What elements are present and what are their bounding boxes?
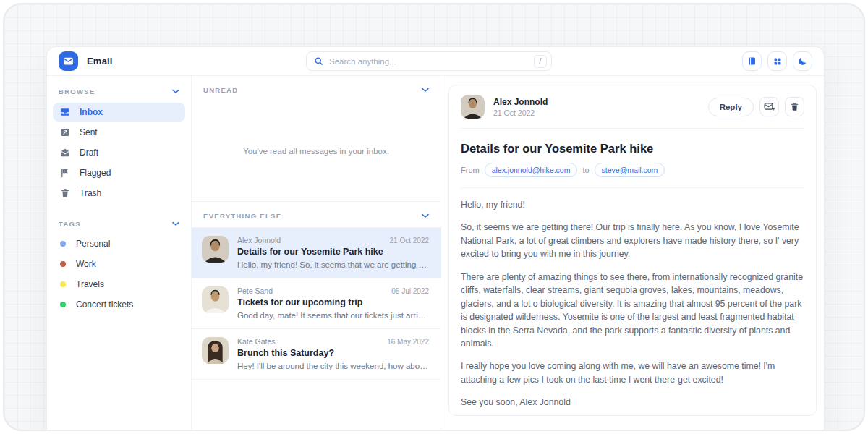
email-sender: Alex Jonnold xyxy=(237,236,281,244)
app-body: BROWSE Inbox xyxy=(47,76,824,431)
email-list-item[interactable]: Pete Sand 06 Jul 2022 Tickets for our up… xyxy=(192,278,441,329)
tag-label: Concert tickets xyxy=(76,299,133,310)
email-preview: Hello, my friend! So, it seems that we a… xyxy=(237,260,429,269)
header-actions xyxy=(742,51,812,71)
detail-actions: Reply xyxy=(708,97,804,116)
email-item-main: Alex Jonnold 21 Oct 2022 Details for our… xyxy=(237,236,429,269)
email-date: 06 Jul 2022 xyxy=(391,287,429,295)
sidebar-item-inbox[interactable]: Inbox xyxy=(53,103,185,122)
body-paragraph: See you soon, Alex Jonnold xyxy=(461,396,804,409)
detail-subject: Details for our Yosemite Park hike xyxy=(461,129,804,156)
search-input[interactable] xyxy=(323,57,534,66)
sidebar-item-label: Inbox xyxy=(80,107,103,117)
search-icon xyxy=(314,56,323,66)
tag-label: Work xyxy=(76,259,96,269)
email-subject: Brunch this Saturday? xyxy=(237,348,429,358)
draft-icon xyxy=(60,148,71,158)
search-wrap: / xyxy=(306,51,552,71)
tag-label: Travels xyxy=(76,279,104,289)
sidebar-item-draft[interactable]: Draft xyxy=(53,143,185,162)
tag-color-dot xyxy=(60,281,66,287)
email-detail-card: Alex Jonnold 21 Oct 2022 Reply xyxy=(448,85,817,416)
email-date: 21 Oct 2022 xyxy=(390,237,429,244)
unread-empty-message: You've read all messages in your inbox. xyxy=(243,147,389,156)
tags-label: TAGS xyxy=(59,220,81,228)
unread-empty-zone: You've read all messages in your inbox. xyxy=(192,101,441,201)
delete-icon[interactable] xyxy=(785,97,804,116)
flag-icon xyxy=(60,168,71,178)
chevron-down-icon[interactable] xyxy=(172,89,179,94)
from-email-chip[interactable]: alex.jonnold@hike.com xyxy=(485,163,578,177)
everything-else-head: EVERYTHING ELSE xyxy=(192,202,441,228)
email-sender: Kate Gates xyxy=(237,337,276,346)
email-sender: Pete Sand xyxy=(237,286,273,295)
sidebar-item-label: Sent xyxy=(80,127,98,137)
tag-item-work[interactable]: Work xyxy=(53,254,185,274)
sidebar-item-flagged[interactable]: Flagged xyxy=(53,163,185,182)
body-paragraph: There are plenty of amazing things to se… xyxy=(461,271,804,351)
email-item-main: Pete Sand 06 Jul 2022 Tickets for our up… xyxy=(237,286,429,320)
browse-label: BROWSE xyxy=(59,88,95,95)
sidebar-item-label: Flagged xyxy=(80,168,111,178)
everything-else-section: EVERYTHING ELSE xyxy=(192,201,441,380)
moon-icon[interactable] xyxy=(793,51,812,71)
chevron-down-icon[interactable] xyxy=(422,88,429,93)
avatar xyxy=(202,337,229,364)
sidebar-item-trash[interactable]: Trash xyxy=(53,184,185,203)
from-label: From xyxy=(461,166,480,174)
screenshot-stage: Email / xyxy=(0,0,868,434)
search-box[interactable]: / xyxy=(306,51,552,71)
body-paragraph: I really hope you love coming along with… xyxy=(461,359,804,386)
body-paragraph: So, it seems we are getting there! Our t… xyxy=(461,221,804,260)
browse-section-head: BROWSE xyxy=(53,80,185,101)
detail-header: Alex Jonnold 21 Oct 2022 Reply xyxy=(461,85,804,129)
sidebar-item-label: Trash xyxy=(80,188,101,198)
email-subject: Tickets for our upcoming trip xyxy=(237,297,429,307)
tag-label: Personal xyxy=(76,239,110,249)
email-preview: Good day, mate! It seems that our ticket… xyxy=(237,311,429,320)
detail-date: 21 Oct 2022 xyxy=(493,109,548,117)
mark-unread-icon[interactable] xyxy=(760,97,779,116)
email-preview: Hey! I'll be around the city this weeken… xyxy=(237,362,429,370)
message-list: UNREAD You've read all messages in your … xyxy=(192,76,441,431)
detail-sender-block: Alex Jonnold 21 Oct 2022 xyxy=(493,97,548,117)
email-list-item[interactable]: Kate Gates 16 May 2022 Brunch this Satur… xyxy=(192,329,441,380)
tag-color-dot xyxy=(60,302,66,307)
to-email-chip[interactable]: steve@mail.com xyxy=(595,163,665,177)
tags-section-head: TAGS xyxy=(53,213,185,234)
email-item-main: Kate Gates 16 May 2022 Brunch this Satur… xyxy=(237,337,429,370)
tag-item-concert-tickets[interactable]: Concert tickets xyxy=(53,294,185,315)
search-shortcut-key: / xyxy=(534,55,547,68)
avatar xyxy=(202,286,229,313)
email-list-item[interactable]: Alex Jonnold 21 Oct 2022 Details for our… xyxy=(192,228,441,278)
chevron-down-icon[interactable] xyxy=(422,213,429,218)
trash-icon xyxy=(60,188,71,198)
app-title: Email xyxy=(87,56,113,67)
to-label: to xyxy=(582,166,589,174)
browser-frame: Email / xyxy=(3,3,865,431)
unread-label: UNREAD xyxy=(203,86,238,94)
avatar xyxy=(202,236,229,263)
body-paragraph: Hello, my friend! xyxy=(461,198,804,211)
email-subject: Details for our Yosemite Park hike xyxy=(237,247,429,257)
detail-sender-name: Alex Jonnold xyxy=(493,97,548,107)
inbox-icon xyxy=(60,107,71,117)
sent-icon xyxy=(60,127,71,137)
tag-item-personal[interactable]: Personal xyxy=(53,234,185,254)
tag-item-travels[interactable]: Travels xyxy=(53,274,185,294)
sidebar-item-sent[interactable]: Sent xyxy=(53,123,185,142)
email-body: Hello, my friend! So, it seems we are ge… xyxy=(461,188,804,416)
app-header: Email / xyxy=(47,47,824,76)
email-date: 16 May 2022 xyxy=(387,338,429,346)
sidebar-item-label: Draft xyxy=(80,148,98,158)
detail-area: Alex Jonnold 21 Oct 2022 Reply xyxy=(441,76,824,431)
sidebar: BROWSE Inbox xyxy=(47,76,192,431)
book-icon[interactable] xyxy=(742,51,762,71)
detail-from-to: From alex.jonnold@hike.com to steve@mail… xyxy=(461,156,804,188)
grid-icon[interactable] xyxy=(767,51,787,71)
email-app-window: Email / xyxy=(46,46,825,431)
avatar xyxy=(461,95,485,119)
reply-button[interactable]: Reply xyxy=(708,98,754,116)
tag-color-dot xyxy=(60,241,66,247)
chevron-down-icon[interactable] xyxy=(172,221,179,226)
